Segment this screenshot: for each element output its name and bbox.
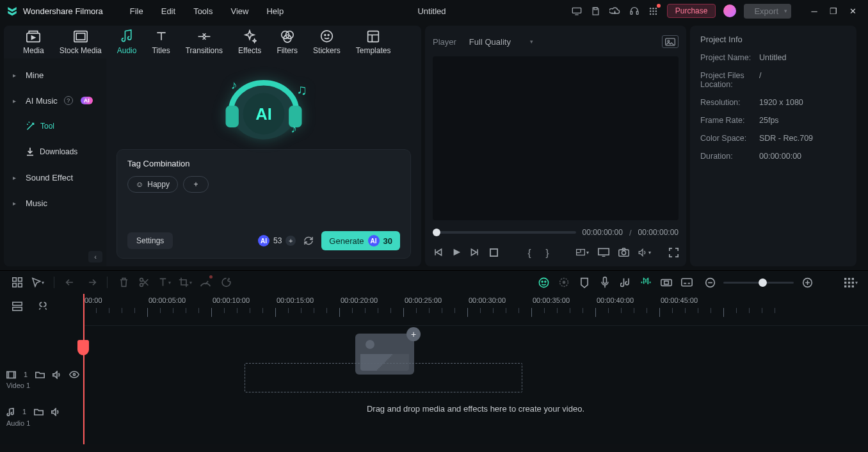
refresh-button[interactable] xyxy=(302,234,315,247)
undo-button[interactable] xyxy=(62,274,79,291)
timeline-dropzone[interactable] xyxy=(245,363,522,392)
prev-frame-button[interactable] xyxy=(433,246,443,259)
window-maximize[interactable]: ❐ xyxy=(824,3,842,19)
mark-in-button[interactable]: { xyxy=(525,246,534,259)
caption-button[interactable] xyxy=(679,274,695,291)
display-button[interactable] xyxy=(598,246,609,259)
crop-button[interactable]: ▾ xyxy=(177,274,193,291)
audio-mixer-button[interactable] xyxy=(617,274,634,291)
add-credits-button[interactable]: + xyxy=(285,236,296,246)
voiceover-button[interactable] xyxy=(597,274,613,291)
quality-dropdown[interactable]: Full Quality xyxy=(464,35,538,49)
window-close[interactable]: ✕ xyxy=(844,3,862,19)
menu-help[interactable]: Help xyxy=(257,3,293,20)
sidebar-item-tool[interactable]: Tool xyxy=(4,113,106,139)
menu-tools[interactable]: Tools xyxy=(184,3,221,20)
tab-transitions[interactable]: Transitions xyxy=(179,27,229,58)
tab-templates[interactable]: Templates xyxy=(350,27,398,58)
zoom-out-button[interactable] xyxy=(702,274,718,291)
tab-titles[interactable]: Titles xyxy=(145,27,176,58)
drop-add-button[interactable]: + xyxy=(406,327,421,341)
tab-effects[interactable]: Effects xyxy=(232,27,268,58)
stop-button[interactable] xyxy=(489,246,498,259)
apps-icon[interactable] xyxy=(648,5,659,17)
video-track-header[interactable]: 1 Video 1 xyxy=(6,371,79,399)
text-button[interactable]: ▾ xyxy=(156,274,173,291)
folder-icon[interactable] xyxy=(34,408,44,417)
sidebar-item-sound-effect[interactable]: ▸Sound Effect xyxy=(4,165,106,190)
sidebar-item-downloads[interactable]: Downloads xyxy=(4,139,106,165)
tab-stock-media[interactable]: Stock Media xyxy=(53,27,108,58)
svg-point-11 xyxy=(652,13,654,15)
mark-out-button[interactable]: } xyxy=(543,246,552,259)
tab-media[interactable]: Media xyxy=(17,27,51,58)
svg-rect-56 xyxy=(848,278,849,280)
speaker-icon[interactable] xyxy=(51,408,60,417)
sidebar-item-music[interactable]: ▸Music xyxy=(4,190,106,216)
keyframe-button[interactable] xyxy=(658,274,675,291)
selection-tool[interactable]: ▾ xyxy=(29,274,46,291)
play-button[interactable] xyxy=(452,246,461,259)
delete-button[interactable] xyxy=(115,274,132,291)
menu-file[interactable]: File xyxy=(121,3,152,20)
tab-audio[interactable]: Audio xyxy=(111,27,143,58)
device-icon[interactable] xyxy=(571,5,583,17)
window-minimize[interactable]: ─ xyxy=(805,3,823,19)
snapshot-button[interactable] xyxy=(662,35,679,48)
folder-icon[interactable] xyxy=(35,371,45,379)
speed-button[interactable] xyxy=(197,274,214,291)
time-sep: / xyxy=(629,228,632,238)
svg-rect-61 xyxy=(844,285,846,287)
split-button[interactable] xyxy=(136,274,152,291)
export-button[interactable]: Export xyxy=(744,4,791,19)
sidebar-item-mine[interactable]: ▸Mine xyxy=(4,62,106,88)
zoom-knob[interactable] xyxy=(759,278,767,287)
color-button[interactable] xyxy=(218,274,234,291)
purchase-button[interactable]: Purchase xyxy=(667,4,716,18)
playhead[interactable] xyxy=(83,294,84,444)
zoom-slider[interactable] xyxy=(723,282,794,284)
tab-label: Filters xyxy=(277,46,298,55)
tag-happy[interactable]: ☺ Happy xyxy=(127,176,178,193)
magnet-button[interactable] xyxy=(35,298,51,314)
settings-button[interactable]: Settings xyxy=(127,232,173,249)
progress-knob[interactable] xyxy=(433,229,440,236)
timeline-view-button[interactable]: ▾ xyxy=(842,274,859,291)
svg-point-8 xyxy=(652,10,654,12)
fullscreen-button[interactable] xyxy=(669,246,679,259)
user-avatar[interactable] xyxy=(723,4,736,17)
zoom-in-button[interactable] xyxy=(799,274,816,291)
playhead-handle[interactable] xyxy=(77,340,89,355)
menu-edit[interactable]: Edit xyxy=(152,3,184,20)
track-manager-button[interactable] xyxy=(9,274,26,291)
link-tracks-button[interactable] xyxy=(9,298,26,314)
volume-button[interactable]: ▾ xyxy=(638,246,651,259)
next-frame-button[interactable] xyxy=(470,246,480,259)
add-tag-button[interactable]: + xyxy=(183,176,209,193)
tab-stickers[interactable]: Stickers xyxy=(307,27,347,58)
save-icon[interactable] xyxy=(590,5,602,17)
ratio-button[interactable]: ▾ xyxy=(576,246,589,259)
render-button[interactable] xyxy=(556,274,572,291)
audio-track-header[interactable]: 1 Audio 1 xyxy=(6,408,79,436)
eye-icon[interactable] xyxy=(69,371,79,379)
camera-button[interactable] xyxy=(618,246,629,259)
headset-icon[interactable] xyxy=(629,5,640,17)
speaker-icon[interactable] xyxy=(52,371,61,379)
tag-combination-card: Tag Combination ☺ Happy + Settings AI xyxy=(117,149,411,259)
info-value: Untitled xyxy=(759,53,786,62)
help-icon[interactable]: ? xyxy=(64,96,73,105)
tab-filters[interactable]: Filters xyxy=(270,27,304,58)
timeline-ruler[interactable]: 00:0000:00:05:0000:00:10:0000:00:15:0000… xyxy=(83,294,868,326)
sidebar-item-ai-music[interactable]: ▸AI Music ? AI xyxy=(4,88,106,113)
cloud-download-icon[interactable] xyxy=(609,5,621,17)
ai-assistant-button[interactable] xyxy=(535,274,552,291)
auto-beat-button[interactable] xyxy=(638,274,654,291)
redo-button[interactable] xyxy=(83,274,99,291)
menu-view[interactable]: View xyxy=(221,3,257,20)
marker-button[interactable] xyxy=(576,274,593,291)
sidebar-collapse[interactable]: ‹ xyxy=(88,251,102,262)
player-progress[interactable] xyxy=(433,231,576,234)
chevron-right-icon: ▸ xyxy=(13,174,19,181)
generate-button[interactable]: Generate AI 30 xyxy=(321,231,400,250)
